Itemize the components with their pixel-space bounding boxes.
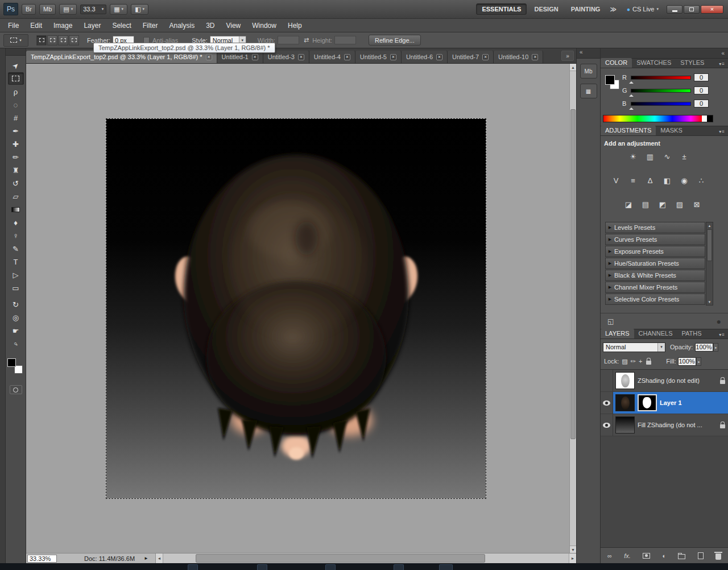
visibility-toggle[interactable] — [601, 370, 613, 392]
view-extras-button[interactable]: ▤ ▾ — [59, 4, 77, 15]
taskbar-item[interactable] — [257, 564, 267, 570]
horizontal-scrollbar[interactable]: ◄ ► — [155, 554, 576, 563]
panel-dock-header[interactable]: « — [601, 48, 728, 59]
collapsed-dock-header[interactable]: « — [577, 48, 600, 59]
presets-scrollbar[interactable]: ▲ ▼ — [706, 222, 713, 305]
panel-menu-icon[interactable]: ▾≡ — [719, 129, 725, 134]
layer-name[interactable]: ZShading (do not edit) — [638, 377, 713, 384]
close-icon[interactable]: × — [532, 54, 538, 60]
scroll-right-icon[interactable]: ► — [569, 554, 576, 563]
taskbar-item[interactable] — [439, 564, 453, 570]
rectangular-marquee-tool[interactable] — [8, 72, 24, 85]
layer-row-layer1[interactable]: Layer 1 — [601, 392, 728, 414]
taskbar-item[interactable] — [188, 564, 198, 570]
expand-triangle-icon[interactable]: ▶ — [606, 249, 614, 254]
opacity-spinner-icon[interactable]: ▸ — [713, 343, 718, 352]
preset-exposure[interactable]: ▶ Exposure Presets — [605, 246, 705, 257]
blur-tool[interactable]: ♦ — [8, 216, 24, 229]
minimize-button[interactable] — [667, 5, 682, 14]
close-icon[interactable]: × — [206, 54, 212, 60]
vertical-scrollbar[interactable]: ▲ ▼ — [569, 64, 576, 553]
clone-stamp-tool[interactable]: ♜ — [8, 164, 24, 176]
layer-thumbnail[interactable] — [615, 416, 635, 433]
tab-layers[interactable]: LAYERS — [601, 329, 634, 338]
preset-channel-mixer[interactable]: ▶ Channel Mixer Presets — [605, 282, 705, 293]
layer-name[interactable]: Layer 1 — [660, 399, 725, 406]
expand-panel-view-icon[interactable]: ◱ — [607, 317, 614, 325]
workspace-essentials[interactable]: ESSENTIALS — [476, 3, 527, 15]
preset-selective-color[interactable]: ▶ Selective Color Presets — [605, 294, 705, 305]
eyedropper-tool[interactable]: ✒ — [8, 125, 24, 137]
dodge-tool[interactable]: ♀ — [8, 229, 24, 242]
fill-spinner-icon[interactable]: ▸ — [696, 357, 701, 366]
layer-mask-thumbnail[interactable] — [638, 394, 657, 411]
history-brush-tool[interactable]: ↺ — [8, 177, 24, 189]
document-tab[interactable]: Untitled-5 × — [355, 51, 402, 63]
quick-mask-button[interactable] — [10, 385, 22, 394]
hand-tool[interactable]: ☛ — [8, 324, 24, 337]
menu-file[interactable]: File — [2, 19, 24, 32]
expand-triangle-icon[interactable]: ▶ — [606, 237, 614, 242]
layer-name[interactable]: Fill ZShading (do not ... — [638, 422, 713, 428]
exposure-icon[interactable]: ± — [678, 151, 690, 162]
color-balance-icon[interactable]: Δ — [644, 175, 656, 185]
intersect-selection-button[interactable] — [69, 35, 79, 46]
hue-saturation-icon[interactable]: ≡ — [627, 175, 639, 185]
expand-triangle-icon[interactable]: ▶ — [606, 273, 614, 278]
document-tab[interactable]: Untitled-6 × — [402, 51, 448, 63]
green-value-field[interactable]: 0 — [694, 86, 709, 94]
status-zoom-field[interactable]: 33.33% — [27, 555, 57, 563]
swap-dimensions-icon[interactable]: ⇄ — [304, 36, 309, 44]
workspace-painting[interactable]: PAINTING — [566, 4, 606, 14]
close-icon[interactable]: × — [482, 54, 489, 60]
vertical-scroll-thumb[interactable] — [570, 109, 576, 439]
foreground-color-swatch[interactable] — [605, 75, 615, 85]
tab-paths[interactable]: PATHS — [677, 329, 706, 338]
menu-image[interactable]: Image — [48, 19, 78, 32]
launch-mini-bridge-button[interactable]: Mb — [39, 4, 56, 15]
menu-window[interactable]: Window — [246, 19, 282, 32]
gradient-tool[interactable] — [8, 203, 24, 216]
layer-row-fill-zshading[interactable]: Fill ZShading (do not ... — [601, 414, 728, 436]
eraser-tool[interactable]: ▱ — [8, 190, 24, 203]
delete-layer-icon[interactable] — [715, 554, 721, 560]
restore-button[interactable] — [684, 5, 700, 14]
photo-filter-icon[interactable]: ◉ — [678, 175, 690, 185]
scroll-up-icon[interactable]: ▲ — [706, 222, 713, 229]
panel-menu-icon[interactable]: ▾≡ — [719, 332, 725, 337]
black-white-icon[interactable]: ◧ — [661, 175, 673, 185]
vibrance-icon[interactable]: V — [610, 175, 622, 185]
type-tool[interactable]: T — [8, 255, 24, 268]
brightness-contrast-icon[interactable]: ☀ — [627, 151, 639, 162]
taskbar-item[interactable] — [394, 564, 404, 570]
arrange-documents-button[interactable]: ▦ ▾ — [110, 4, 127, 15]
channel-mixer-icon[interactable]: ∴ — [695, 175, 708, 185]
selective-color-icon[interactable]: ⊠ — [690, 199, 703, 209]
layer-style-icon[interactable]: fx. — [624, 552, 631, 559]
foreground-color-swatch[interactable] — [7, 358, 16, 367]
tab-channels[interactable]: CHANNELS — [634, 329, 677, 338]
tab-color[interactable]: COLOR — [601, 58, 632, 68]
menu-3d[interactable]: 3D — [200, 19, 220, 32]
document-tab[interactable]: Untitled-10 × — [494, 51, 543, 63]
scroll-down-icon[interactable]: ▼ — [570, 546, 576, 553]
scroll-down-icon[interactable]: ▼ — [706, 299, 713, 305]
taskbar-item[interactable] — [325, 564, 336, 570]
menu-select[interactable]: Select — [106, 19, 136, 32]
3d-object-rotate-tool[interactable]: ↻ — [8, 298, 24, 311]
quick-selection-tool[interactable]: ◌ — [8, 98, 24, 111]
lock-position-icon[interactable]: + — [639, 358, 642, 365]
rectangle-tool[interactable]: ▭ — [8, 282, 24, 294]
zoom-level-field[interactable]: 33.3 ▾ — [80, 5, 106, 14]
fill-field[interactable]: 100% — [678, 357, 696, 366]
preset-black-white[interactable]: ▶ Black & White Presets — [605, 270, 705, 281]
refine-edge-button[interactable]: Refine Edge... — [369, 35, 421, 46]
layer-thumbnail[interactable] — [615, 372, 635, 389]
launch-bridge-button[interactable]: Br — [22, 4, 36, 15]
new-adjustment-layer-icon[interactable]: ◐ — [662, 552, 666, 559]
brush-tool[interactable]: ✏ — [8, 151, 24, 163]
zoom-tool[interactable]: ♀ — [8, 337, 24, 350]
canvas[interactable] — [26, 64, 569, 553]
expand-triangle-icon[interactable]: ▶ — [606, 297, 614, 301]
move-tool[interactable]: ➤ — [8, 59, 24, 72]
